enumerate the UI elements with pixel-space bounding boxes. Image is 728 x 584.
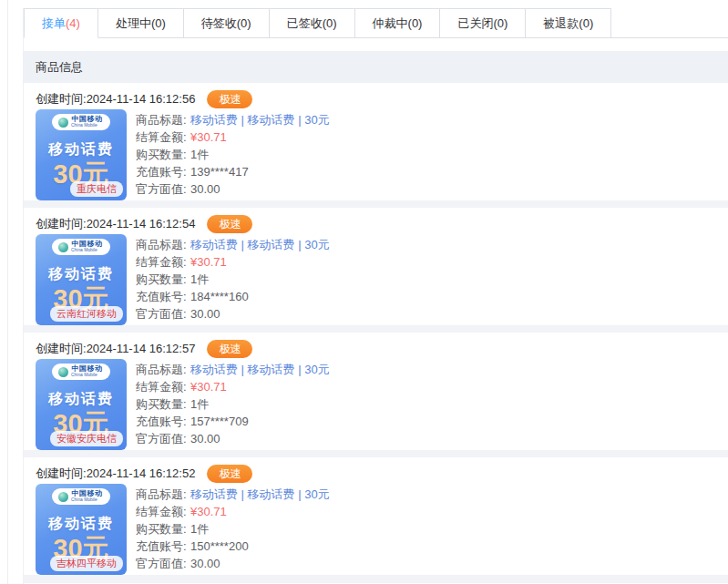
tab-item[interactable]: 待签收(0) <box>184 8 270 38</box>
order-fields: 商品标题: 移动话费 | 移动话费 | 30元 结算金额: ¥30.71 购买数… <box>136 484 330 575</box>
settle-amount-value: ¥30.71 <box>190 128 227 146</box>
tab-item[interactable]: 已关闭(0) <box>440 8 526 38</box>
face-value: 30.00 <box>190 430 220 447</box>
order-created-line: 创建时间:2024-11-14 16:12:57 极速 <box>36 339 728 358</box>
product-title-link[interactable]: 移动话费 | 移动话费 | 30元 <box>190 111 330 128</box>
recharge-account-value: 157****709 <box>190 413 249 430</box>
settle-amount-value: ¥30.71 <box>190 253 227 271</box>
order-status-tabbar: 接单(4) 处理中(0) 待签收(0) 已签收(0) 仲裁中(0) 已关闭(0)… <box>24 8 728 38</box>
tab-item[interactable]: 处理中(0) <box>98 8 184 38</box>
order-row: 创建时间:2024-11-14 16:12:52 极速 中国移动 China M… <box>24 457 728 575</box>
tab-item[interactable]: 已签收(0) <box>270 8 355 38</box>
brand-name-en: China Mobile <box>71 248 97 252</box>
quantity-value: 1件 <box>190 271 209 288</box>
china-mobile-icon <box>58 118 68 128</box>
tab-label: 处理中 <box>116 16 151 30</box>
tab-item[interactable]: 接单(4) <box>24 8 98 38</box>
tab-item[interactable]: 被退款(0) <box>526 8 611 38</box>
field-label: 充值账号: <box>136 288 190 305</box>
tab-label: 仲裁中 <box>373 16 408 30</box>
recharge-account-value: 139****417 <box>190 163 249 180</box>
field-row: 商品标题: 移动话费 | 移动话费 | 30元 <box>136 236 330 253</box>
brand-name-cn: 中国移动 <box>71 241 103 248</box>
china-mobile-brand-text: 中国移动 China Mobile <box>71 490 103 503</box>
field-row: 充值账号: 184****160 <box>136 288 330 305</box>
field-row: 官方面值: 30.00 <box>136 555 330 572</box>
field-row: 结算金额: ¥30.71 <box>136 253 330 271</box>
product-title-link[interactable]: 移动话费 | 移动话费 | 30元 <box>190 486 330 503</box>
order-body: 中国移动 China Mobile 移动话费 30元 重庆电信 商品标题: 移动… <box>36 109 728 200</box>
recharge-account-value: 184****160 <box>190 288 249 305</box>
field-row: 官方面值: 30.00 <box>136 180 330 198</box>
china-mobile-brand-text: 中国移动 China Mobile <box>71 116 103 128</box>
china-mobile-brand-pill: 中国移动 China Mobile <box>52 239 109 255</box>
speed-badge: 极速 <box>207 465 252 483</box>
order-fields: 商品标题: 移动话费 | 移动话费 | 30元 结算金额: ¥30.71 购买数… <box>136 109 330 200</box>
order-created-line: 创建时间:2024-11-14 16:12:56 极速 <box>36 89 728 108</box>
product-name: 移动话费 <box>48 390 114 409</box>
order-created-label: 创建时间: <box>36 216 87 232</box>
field-label: 商品标题: <box>136 361 190 378</box>
tab-label: 待签收 <box>201 16 237 30</box>
tab-count: (0) <box>323 16 337 30</box>
product-image[interactable]: 中国移动 China Mobile 移动话费 30元 云南红河移动 <box>36 234 127 325</box>
order-created-time: 2024-11-14 16:12:54 <box>87 217 196 231</box>
tab-count: (0) <box>237 16 251 30</box>
settle-amount-value: ¥30.71 <box>190 378 227 395</box>
china-mobile-brand-text: 中国移动 China Mobile <box>71 365 103 378</box>
china-mobile-icon <box>58 367 68 377</box>
field-row: 充值账号: 139****417 <box>136 163 330 180</box>
field-label: 结算金额: <box>136 378 190 395</box>
field-label: 充值账号: <box>136 163 190 180</box>
product-image[interactable]: 中国移动 China Mobile 移动话费 30元 吉林四平移动 <box>36 484 127 575</box>
order-fields: 商品标题: 移动话费 | 移动话费 | 30元 结算金额: ¥30.71 购买数… <box>136 359 330 450</box>
brand-name-cn: 中国移动 <box>71 116 103 123</box>
field-row: 充值账号: 157****709 <box>136 413 330 430</box>
product-name: 移动话费 <box>48 140 114 159</box>
region-badge: 云南红河移动 <box>50 306 123 322</box>
field-row: 官方面值: 30.00 <box>136 430 330 447</box>
speed-badge: 极速 <box>207 340 252 358</box>
order-body: 中国移动 China Mobile 移动话费 30元 安徽安庆电信 商品标题: … <box>36 359 728 450</box>
tab-count: (4) <box>66 16 80 30</box>
tab-item[interactable]: 仲裁中(0) <box>355 8 441 38</box>
field-label: 购买数量: <box>136 520 190 538</box>
field-label: 商品标题: <box>136 236 190 253</box>
brand-name-cn: 中国移动 <box>71 490 103 497</box>
field-label: 结算金额: <box>136 253 190 271</box>
order-created-label: 创建时间: <box>36 466 87 482</box>
order-list: 创建时间:2024-11-14 16:12:56 极速 中国移动 China M… <box>24 83 728 583</box>
field-row: 结算金额: ¥30.71 <box>136 378 330 395</box>
panel-header: 商品信息 <box>24 51 728 83</box>
field-label: 充值账号: <box>136 538 190 555</box>
face-value: 30.00 <box>190 305 220 323</box>
field-label: 充值账号: <box>136 413 190 430</box>
field-label: 购买数量: <box>136 271 190 288</box>
tab-label: 被退款 <box>543 16 579 30</box>
order-created-line: 创建时间:2024-11-14 16:12:54 极速 <box>36 214 728 233</box>
product-title-link[interactable]: 移动话费 | 移动话费 | 30元 <box>190 236 330 253</box>
quantity-value: 1件 <box>190 146 209 163</box>
field-row: 商品标题: 移动话费 | 移动话费 | 30元 <box>136 361 330 378</box>
brand-name-en: China Mobile <box>71 373 97 377</box>
order-row: 创建时间:2024-11-14 16:12:54 极速 中国移动 China M… <box>24 208 728 325</box>
tab-label: 已关闭 <box>457 16 493 30</box>
brand-name-en: China Mobile <box>71 123 97 128</box>
field-label: 商品标题: <box>136 111 190 128</box>
speed-badge: 极速 <box>207 215 252 233</box>
brand-name-cn: 中国移动 <box>71 365 103 373</box>
china-mobile-brand-pill: 中国移动 China Mobile <box>52 114 109 130</box>
product-image[interactable]: 中国移动 China Mobile 移动话费 30元 安徽安庆电信 <box>36 359 127 450</box>
field-row: 购买数量: 1件 <box>136 146 330 163</box>
field-row: 购买数量: 1件 <box>136 271 330 288</box>
field-row: 商品标题: 移动话费 | 移动话费 | 30元 <box>136 111 330 128</box>
order-body: 中国移动 China Mobile 移动话费 30元 云南红河移动 商品标题: … <box>36 234 728 325</box>
tab-count: (0) <box>151 16 166 30</box>
china-mobile-brand-pill: 中国移动 China Mobile <box>52 364 109 380</box>
field-row: 结算金额: ¥30.71 <box>136 128 330 146</box>
product-image[interactable]: 中国移动 China Mobile 移动话费 30元 重庆电信 <box>36 109 127 200</box>
quantity-value: 1件 <box>190 520 209 538</box>
brand-name-en: China Mobile <box>71 497 97 502</box>
field-row: 充值账号: 150****200 <box>136 538 330 555</box>
product-title-link[interactable]: 移动话费 | 移动话费 | 30元 <box>190 361 330 378</box>
